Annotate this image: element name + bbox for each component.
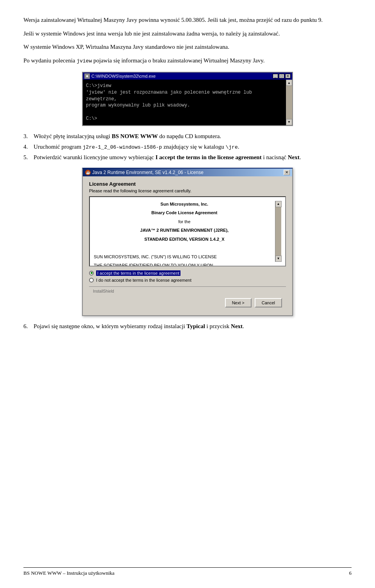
java-icon: ☕ <box>85 170 91 175</box>
license-scrollbar[interactable]: ▲ ▼ <box>275 201 281 262</box>
paragraph-2: Jeśli w systemie Windows jest inna wersj… <box>23 29 352 38</box>
item4-end2: . <box>238 144 239 150</box>
cancel-button[interactable]: Cancel <box>255 298 282 307</box>
cmd-titlebar-left: ■ C:\WINDOWS\system32\cmd.exe <box>84 73 155 79</box>
radio-group: I accept the terms in the license agreem… <box>89 270 286 282</box>
paragraph-3: W systemie Windows XP, Wirtualna Maszyna… <box>23 43 352 52</box>
cmd-title: C:\WINDOWS\system32\cmd.exe <box>91 74 155 78</box>
item3-num: 3. <box>23 133 30 140</box>
item3-start: Włożyć płytę instalacyjną usługi <box>34 133 112 139</box>
item6-bold1: Typical <box>187 323 205 329</box>
cmd-line2: 'jview' nie jest rozpoznawana jako polec… <box>86 89 283 103</box>
footer-left: BS NOWE WWW – Instrukcja użytkownika <box>23 570 114 576</box>
list-item-5: 5. Potwierdzić warunki licencyjne umowy … <box>23 154 352 161</box>
cmd-line5: C:\> <box>86 115 283 122</box>
license-text-box[interactable]: Sun Microsystems, Inc. Binary Code Licen… <box>89 196 286 266</box>
list-item-3: 3. Włożyć płytę instalacyjną usługi BS N… <box>23 133 352 140</box>
cmd-titlebar: ■ C:\WINDOWS\system32\cmd.exe _ □ ✕ <box>83 73 292 80</box>
list-item-4: 4. Uruchomić program j2re-1_2_06-windows… <box>23 144 352 150</box>
item5-bold: I accept the terms in the license agreem… <box>155 154 262 160</box>
item5-text: Potwierdzić warunki licencyjne umowy wyb… <box>34 154 301 161</box>
item5-start: Potwierdzić warunki licencyjne umowy wyb… <box>34 154 155 160</box>
license-sub: Please read the following license agreem… <box>89 188 286 193</box>
cmd-body: C:\>jview 'jview' nie jest rozpoznawana … <box>83 80 286 125</box>
para4-end: pojawia się informacja o braku zainstalo… <box>92 57 264 64</box>
license-line1: Sun Microsystems, Inc. <box>94 201 275 208</box>
item4-num: 4. <box>23 144 30 150</box>
java-close-button[interactable]: ✕ <box>284 170 290 175</box>
installshield-label: InstallShield <box>93 289 114 293</box>
installshield-bar: InstallShield <box>89 286 286 295</box>
footer: BS NOWE WWW – Instrukcja użytkownika 6 <box>23 567 352 576</box>
paragraph-4: Po wydaniu polecenia jview pojawia się i… <box>23 56 352 65</box>
item6-mid: i przycisk <box>205 323 231 329</box>
item3-end: do napędu CD komputera. <box>158 133 221 139</box>
item5-bold2: Next <box>288 154 300 160</box>
cmd-line4 <box>86 109 283 115</box>
para4-start: Po wydaniu polecenia <box>23 57 77 64</box>
footer-right: 6 <box>349 570 352 576</box>
license-line5: STANDARD EDITION, VERSION 1.4.2_X <box>94 236 275 243</box>
license-line6 <box>94 245 275 251</box>
license-scroll-up[interactable]: ▲ <box>275 201 282 207</box>
license-line8: THE SOFTWARE IDENTIFIED BELOW TO YOU ONL… <box>94 262 275 266</box>
page-content: Wersja zainstalowanej Wirtualnej Maszyny… <box>23 16 352 330</box>
item5-mid: i nacisnąć <box>262 154 288 160</box>
item5-end2: . <box>300 154 301 160</box>
item4-code2: \jre <box>226 144 238 150</box>
radio-decline-circle[interactable] <box>89 278 94 282</box>
item6-end: . <box>243 323 244 329</box>
next-button[interactable]: Next > <box>225 298 252 307</box>
java-dialog-body: License Agreement Please read the follow… <box>83 176 292 315</box>
paragraph-1: Wersja zainstalowanej Wirtualnej Maszyny… <box>23 16 352 25</box>
cmd-line3: program wykonywalny lub plik wsadowy. <box>86 102 283 109</box>
item6-num: 6. <box>23 323 30 330</box>
java-titlebar: ☕ Java 2 Runtime Environment, SE v1.4.2_… <box>83 169 292 176</box>
item6-text: Pojawi się następne okno, w którym wybie… <box>34 323 244 330</box>
license-line7: SUN MICROSYSTEMS, INC. ("SUN") IS WILLIN… <box>94 254 275 260</box>
java-dialog: ☕ Java 2 Runtime Environment, SE v1.4.2_… <box>82 168 293 316</box>
license-header: License Agreement <box>89 181 286 187</box>
item5-num: 5. <box>23 154 30 161</box>
item4-mid: znajdujący się w katalogu <box>162 144 226 150</box>
scroll-up-arrow[interactable]: ▲ <box>286 80 292 86</box>
license-scroll-track <box>275 207 281 256</box>
java-dialog-title: Java 2 Runtime Environment, SE v1.4.2_06… <box>92 170 204 175</box>
cmd-close[interactable]: ✕ <box>285 74 291 78</box>
item6-bold2: Next <box>231 323 243 329</box>
radio-accept-dot <box>91 272 93 274</box>
dialog-buttons: Next > Cancel <box>89 295 286 311</box>
radio-accept-label: I accept the terms in the license agreem… <box>96 270 180 276</box>
license-line2: Binary Code License Agreement <box>94 210 275 216</box>
item4-text: Uruchomić program j2re-1_2_06-windows-i5… <box>34 144 239 150</box>
radio-decline[interactable]: I do not accept the terms in the license… <box>89 278 286 282</box>
item3-text: Włożyć płytę instalacyjną usługi BS NOWE… <box>34 133 221 140</box>
radio-accept[interactable]: I accept the terms in the license agreem… <box>89 270 286 276</box>
scroll-down-arrow[interactable]: ▼ <box>286 119 292 125</box>
license-text-content: Sun Microsystems, Inc. Binary Code Licen… <box>94 201 275 262</box>
cmd-line1: C:\>jview <box>86 83 283 89</box>
cmd-container: C:\>jview 'jview' nie jest rozpoznawana … <box>83 80 292 125</box>
license-scroll-down[interactable]: ▼ <box>275 256 282 262</box>
cmd-window: ■ C:\WINDOWS\system32\cmd.exe _ □ ✕ C:\>… <box>82 72 293 126</box>
cmd-minimize[interactable]: _ <box>273 74 278 78</box>
item4-code: j2re-1_2_06-windows-i586-p <box>83 144 162 150</box>
license-line4: JAVA™ 2 RUNTIME ENVIRONMENT (J2RE), <box>94 227 275 234</box>
cmd-icon: ■ <box>84 73 90 79</box>
item4-start: Uruchomić program <box>34 144 83 150</box>
item6-start: Pojawi się następne okno, w którym wybie… <box>34 323 187 329</box>
radio-accept-circle[interactable] <box>89 271 94 275</box>
cmd-maximize[interactable]: □ <box>279 74 284 78</box>
cmd-buttons[interactable]: _ □ ✕ <box>273 74 291 78</box>
scroll-track <box>286 86 292 119</box>
radio-decline-label: I do not accept the terms in the license… <box>96 278 191 282</box>
item3-bold: BS NOWE WWW <box>112 133 158 139</box>
java-titlebar-left: ☕ Java 2 Runtime Environment, SE v1.4.2_… <box>85 170 204 175</box>
cmd-scrollbar[interactable]: ▲ ▼ <box>286 80 292 125</box>
para4-code: jview <box>77 58 92 64</box>
license-line3: for the <box>94 219 275 225</box>
list-item-6: 6. Pojawi się następne okno, w którym wy… <box>23 323 352 330</box>
